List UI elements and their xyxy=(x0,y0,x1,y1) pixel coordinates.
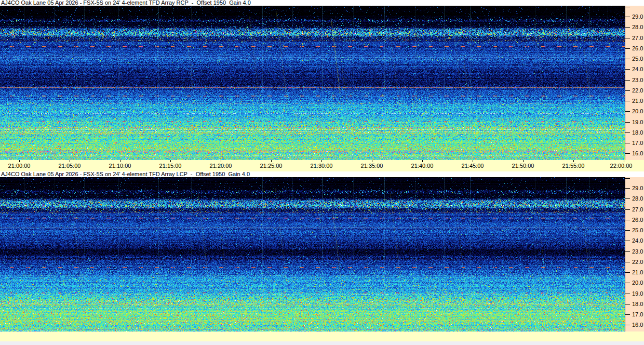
freq-tick-mark xyxy=(625,59,630,59)
freq-tick-mark xyxy=(625,294,630,294)
freq-tick-mark xyxy=(625,111,630,112)
time-tick-mark xyxy=(271,160,272,162)
time-tick-mark xyxy=(624,160,624,162)
time-tick-label: 21:35:00 xyxy=(361,163,383,169)
time-tick-label: 21:00:00 xyxy=(8,163,31,169)
freq-tick-label: 28.0 xyxy=(632,24,643,30)
freq-tick-label: 17.0 xyxy=(632,312,643,317)
freq-tick-label: 21.0 xyxy=(632,270,643,275)
freq-tick-label: 25.0 xyxy=(632,56,643,62)
time-tick-mark xyxy=(473,160,473,162)
freq-tick-label: 25.0 xyxy=(632,228,643,233)
time-tick-mark xyxy=(573,160,574,162)
spectrograph-window: AJ4CO Oak Lane 05 Apr 2026 - FSX-5S on 2… xyxy=(0,0,644,345)
time-tick-label: 22:00:00 xyxy=(610,163,633,169)
time-tick-mark xyxy=(70,160,70,162)
freq-tick-label: 28.0 xyxy=(632,196,643,202)
freq-tick-label: 27.0 xyxy=(632,207,643,213)
time-tick-label: 21:05:00 xyxy=(59,163,81,169)
freq-tick-label: 24.0 xyxy=(632,238,643,244)
spectrogram-panel-rcp: AJ4CO Oak Lane 05 Apr 2026 - FSX-5S on 2… xyxy=(0,0,644,171)
spectrogram-plot-lcp xyxy=(0,177,625,331)
time-tick-label: 21:30:00 xyxy=(311,163,333,169)
time-tick-mark xyxy=(523,160,524,162)
freq-tick-mark xyxy=(625,101,630,101)
freq-tick-mark xyxy=(625,198,630,199)
chart-title-rcp: AJ4CO Oak Lane 05 Apr 2026 - FSX-5S on 2… xyxy=(0,0,644,6)
frequency-axis-lcp: 29.028.027.026.025.024.023.022.021.020.0… xyxy=(625,177,644,331)
frequency-axis-rcp: 29.028.027.026.025.024.023.022.021.020.0… xyxy=(625,6,644,160)
freq-tick-label: 23.0 xyxy=(632,77,643,83)
freq-tick-mark xyxy=(625,122,630,123)
freq-tick-mark xyxy=(625,325,630,325)
time-tick-mark xyxy=(170,160,171,162)
spectrogram-plot-rcp xyxy=(0,6,625,160)
freq-tick-mark xyxy=(625,27,630,28)
freq-tick-mark xyxy=(625,272,630,273)
freq-tick-label: 21.0 xyxy=(632,98,643,104)
time-tick-label: 21:25:00 xyxy=(260,163,283,169)
plot-row-rcp: 29.028.027.026.025.024.023.022.021.020.0… xyxy=(0,6,644,160)
freq-tick-label: 20.0 xyxy=(632,280,643,286)
freq-tick-label: 20.0 xyxy=(632,109,643,114)
freq-tick-mark xyxy=(625,143,630,143)
freq-tick-mark xyxy=(625,38,630,38)
freq-tick-label: 26.0 xyxy=(632,46,643,51)
freq-tick-label: 29.0 xyxy=(632,185,643,191)
freq-tick-mark xyxy=(625,241,630,241)
time-tick-label: 21:40:00 xyxy=(411,163,434,169)
freq-tick-mark xyxy=(625,209,630,210)
freq-tick-label: 22.0 xyxy=(632,88,643,94)
time-tick-mark xyxy=(221,160,221,162)
freq-axis-edge-tick xyxy=(625,7,630,7)
freq-tick-label: 23.0 xyxy=(632,249,643,255)
freq-tick-label: 19.0 xyxy=(632,291,643,297)
freq-tick-mark xyxy=(625,69,630,70)
freq-tick-mark xyxy=(625,314,630,315)
freq-tick-mark xyxy=(625,48,630,49)
freq-tick-label: 16.0 xyxy=(632,322,643,328)
time-tick-label: 21:55:00 xyxy=(562,163,585,169)
plot-row-lcp: 29.028.027.026.025.024.023.022.021.020.0… xyxy=(0,177,644,331)
time-tick-mark xyxy=(321,160,322,162)
freq-tick-mark xyxy=(625,132,630,133)
freq-tick-label: 17.0 xyxy=(632,140,643,146)
freq-tick-mark xyxy=(625,283,630,283)
window-background-strip xyxy=(0,341,644,345)
time-tick-mark xyxy=(422,160,423,162)
freq-tick-label: 22.0 xyxy=(632,259,643,265)
freq-tick-label: 16.0 xyxy=(632,151,643,156)
spectrogram-panel-lcp: AJ4CO Oak Lane 05 Apr 2026 - FSX-5S on 2… xyxy=(0,171,644,341)
time-axis-empty xyxy=(0,331,644,341)
freq-tick-mark xyxy=(625,80,630,81)
freq-tick-mark xyxy=(625,230,630,231)
freq-tick-label: 18.0 xyxy=(632,130,643,136)
freq-tick-label: 18.0 xyxy=(632,301,643,307)
freq-tick-mark xyxy=(625,262,630,262)
time-tick-label: 21:45:00 xyxy=(462,163,484,169)
time-tick-label: 21:50:00 xyxy=(512,163,534,169)
time-tick-mark xyxy=(372,160,372,162)
freq-tick-mark xyxy=(625,17,630,17)
time-axis: 21:00:0021:05:0021:10:0021:15:0021:20:00… xyxy=(0,160,644,171)
freq-tick-mark xyxy=(625,90,630,91)
freq-tick-label: 29.0 xyxy=(632,14,643,20)
time-tick-label: 21:10:00 xyxy=(109,163,131,169)
freq-tick-label: 19.0 xyxy=(632,120,643,125)
time-tick-label: 21:15:00 xyxy=(159,163,182,169)
freq-tick-mark xyxy=(625,188,630,189)
freq-tick-mark xyxy=(625,304,630,304)
time-tick-label: 21:20:00 xyxy=(210,163,232,169)
time-tick-mark xyxy=(19,160,20,162)
freq-tick-label: 26.0 xyxy=(632,217,643,223)
freq-tick-mark xyxy=(625,251,630,252)
time-tick-mark xyxy=(120,160,120,162)
freq-axis-edge-tick xyxy=(625,178,630,179)
freq-tick-label: 27.0 xyxy=(632,35,643,41)
freq-tick-mark xyxy=(625,220,630,220)
freq-tick-label: 24.0 xyxy=(632,67,643,72)
freq-tick-mark xyxy=(625,153,630,154)
chart-title-lcp: AJ4CO Oak Lane 05 Apr 2026 - FSX-5S on 2… xyxy=(0,171,644,177)
